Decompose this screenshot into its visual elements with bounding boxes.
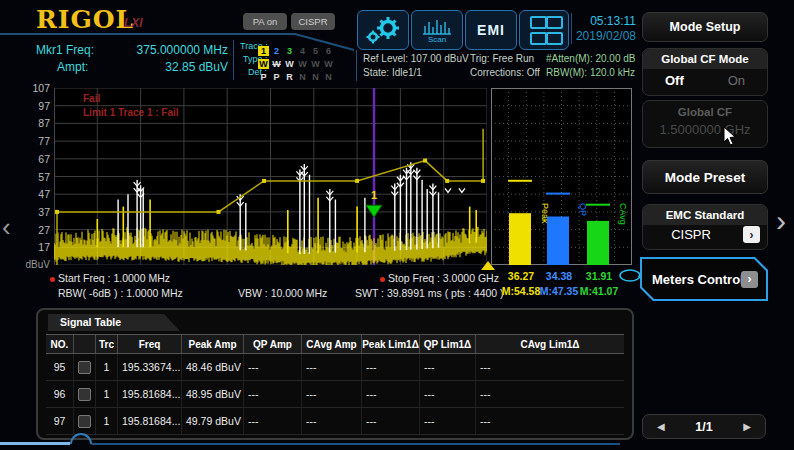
y-tick-67: 67 (20, 153, 50, 165)
bottom-edge-line (92, 443, 620, 445)
col-qp-lim: QP Lim1Δ (420, 335, 476, 353)
table-row[interactable]: 96 1 195.81684... 48.95 dBuV --- --- ---… (46, 381, 624, 408)
row-checkbox[interactable] (78, 361, 91, 374)
clock-date: 2019/02/08 (558, 29, 636, 43)
divider (233, 40, 234, 80)
y-axis-unit-label: dBuV (18, 259, 50, 270)
signal-table-tab[interactable]: Signal Table (48, 314, 180, 331)
grid-layout-icon (530, 16, 559, 45)
right-panel-chevron-icon[interactable]: › (776, 208, 786, 234)
next-page-icon[interactable]: ▶ (743, 421, 751, 432)
mode-setup-button[interactable]: Mode Setup (642, 12, 768, 42)
gear-icon (364, 15, 402, 45)
global-cf-mode-on[interactable]: On (728, 73, 745, 88)
trig-status: Trig: Free Run (470, 53, 534, 64)
meters-control-button[interactable]: Meters Control › (640, 257, 768, 301)
start-freq-marker-icon (50, 277, 55, 282)
page-navigation: ◀ 1/1 ▶ (642, 414, 766, 439)
y-tick-77: 77 (20, 135, 50, 147)
ref-level-status: Ref Level: 107.00 dBuV (363, 53, 469, 64)
signal-table: NO. Trc Freq Peak Amp QP Amp CAvg Amp Pe… (46, 334, 624, 435)
trace-det-3: R (284, 72, 295, 82)
col-peak-lim: Peak Lim1Δ (362, 335, 420, 353)
emc-standard-title: EMC Standard (643, 205, 767, 225)
global-cf-mode-off[interactable]: Off (665, 73, 684, 88)
trace-det-1: P (258, 72, 269, 82)
divider (356, 50, 357, 81)
emi-mode-button[interactable]: EMI (465, 10, 517, 50)
pa-on-button[interactable]: PA on (243, 13, 287, 30)
y-tick-17: 17 (20, 241, 50, 253)
cispr-button[interactable]: CISPR (291, 13, 335, 30)
spectrum-plot: 1FailLimit 1 Trace 1 : Fail (54, 88, 487, 265)
frame-line (0, 33, 296, 35)
emc-standard-section[interactable]: EMC Standard CISPR › (642, 204, 768, 250)
y-tick-47: 47 (20, 188, 50, 200)
rigol-logo: RIGOL (36, 5, 134, 34)
stop-freq-marker-icon (380, 277, 385, 282)
rbw-status: RBW(M): 120.0 kHz (546, 67, 635, 78)
corrections-status: Corrections: Off (470, 67, 540, 78)
mouse-cursor (723, 126, 737, 146)
clock-time: 05:13:11 (566, 14, 636, 28)
emc-standard-value: CISPR (643, 227, 739, 242)
trace-det-row: PPRNNN (258, 66, 336, 84)
y-tick-57: 57 (20, 171, 50, 183)
global-cf-value: 1.5000000 GHz (643, 122, 767, 137)
swt-label: SWT : 39.8991 ms ( pts : 4400 ) (355, 287, 504, 299)
marker-ampt-label: Ampt: (57, 60, 88, 74)
scan-label: Scan (428, 35, 446, 44)
meters-control-chevron-icon: › (741, 271, 758, 288)
meter-bars-plot: PeakQPCAvg (491, 88, 632, 265)
scan-spectrum-icon (422, 17, 452, 35)
stop-freq-label: Stop Freq : 3.0000 GHz (388, 272, 499, 284)
col-peak-amp: Peak Amp (182, 335, 244, 353)
svg-text:Limit 1 Trace 1 : Fail: Limit 1 Trace 1 : Fail (83, 107, 179, 118)
bottom-edge-bright (0, 442, 70, 445)
meters-control-label: Meters Control (652, 272, 744, 287)
trace-det-6: N (323, 72, 334, 82)
scan-button[interactable]: Scan (411, 10, 463, 50)
emc-standard-chevron-icon[interactable]: › (743, 226, 760, 243)
state-status: State: Idle1/1 (363, 67, 422, 78)
sweep-position-icon (481, 261, 495, 270)
y-tick-107: 107 (20, 82, 50, 94)
table-row[interactable]: 95 1 195.33674... 48.46 dBuV --- --- ---… (46, 354, 624, 381)
col-trc: Trc (96, 335, 118, 353)
rbw-label: RBW( -6dB ) : 1.0000 MHz (58, 287, 183, 299)
mode-preset-button[interactable]: Mode Preset (642, 160, 768, 194)
system-setup-button[interactable] (357, 10, 409, 50)
marker-freq-value: 375.000000 MHz (108, 43, 228, 57)
svg-text:1: 1 (371, 189, 377, 201)
emi-label: EMI (477, 22, 505, 38)
vbw-label: VBW : 10.000 MHz (238, 287, 327, 299)
trace-det-4: N (297, 72, 308, 82)
prev-page-icon[interactable]: ◀ (657, 421, 665, 432)
marker-freq-label: Mkr1 Freq: (36, 43, 94, 57)
analyzer-screen: RIGOL LXI PA on CISPR Mkr1 Freq: 375.000… (0, 0, 794, 450)
svg-text:Fail: Fail (83, 93, 100, 104)
left-panel-chevron-icon[interactable]: ‹ (2, 214, 11, 240)
global-cf-title: Global CF (643, 106, 767, 118)
atten-status: #Atten(M): 20.00 dB (546, 53, 636, 64)
col-no: NO. (46, 335, 74, 353)
row-checkbox[interactable] (78, 415, 91, 428)
y-tick-97: 97 (20, 100, 50, 112)
row-checkbox[interactable] (78, 388, 91, 401)
col-cavg-amp: CAvg Amp (302, 335, 362, 353)
lxi-badge: LXI (124, 16, 143, 30)
global-cf-mode-title: Global CF Mode (643, 49, 767, 69)
svg-text:CAvg: CAvg (618, 203, 628, 225)
signal-table-header: NO. Trc Freq Peak Amp QP Amp CAvg Amp Pe… (46, 334, 624, 354)
table-row[interactable]: 97 1 195.81684... 49.79 dBuV --- --- ---… (46, 408, 624, 435)
global-cf-section[interactable]: Global CF 1.5000000 GHz (642, 100, 768, 148)
marker-ampt-value: 32.85 dBuV (108, 60, 228, 74)
signal-table-panel: Signal Table NO. Trc Freq Peak Amp QP Am… (36, 308, 634, 440)
trace-det-5: N (310, 72, 321, 82)
meters-refresh-icon[interactable] (616, 268, 644, 283)
y-tick-87: 87 (20, 117, 50, 129)
col-freq: Freq (118, 335, 182, 353)
trace-det-2: P (271, 72, 282, 82)
start-freq-label: Start Freq : 1.0000 MHz (58, 272, 170, 284)
col-check (74, 335, 96, 353)
